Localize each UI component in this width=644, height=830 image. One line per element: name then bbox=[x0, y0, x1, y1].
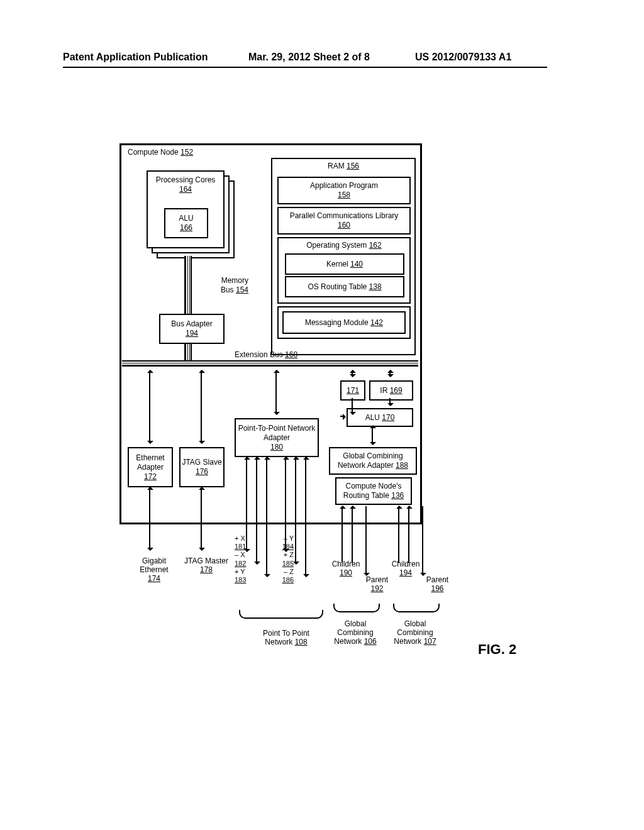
jtag-slave-box: JTAG Slave 176 bbox=[179, 447, 225, 487]
page: Patent Application Publication Mar. 29, … bbox=[0, 0, 644, 830]
arrow-extbus-jtag bbox=[201, 370, 202, 443]
arrow-extbus-p2p bbox=[275, 370, 277, 414]
global-combining-adapter-box: Global Combining Network Adapter 188 bbox=[329, 447, 417, 475]
memory-bus bbox=[184, 256, 192, 314]
parent-2-label: Parent 196 bbox=[420, 575, 455, 593]
os-routing-table-box: OS Routing Table 138 bbox=[285, 276, 404, 297]
gcn-2-label: Global Combining Network 107 bbox=[387, 619, 443, 646]
header-rule bbox=[63, 67, 547, 68]
arrow-extbus-eth bbox=[149, 370, 150, 443]
alu-box: ALU 166 bbox=[164, 208, 208, 238]
ethernet-adapter-box: Ethernet Adapter 172 bbox=[128, 447, 173, 487]
figure-label: FIG. 2 bbox=[478, 641, 516, 658]
application-program-box: Application Program 158 bbox=[277, 177, 411, 204]
ram-title: RAM 156 bbox=[272, 162, 414, 171]
bus-adapter-box: Bus Adapter 194 bbox=[159, 314, 225, 344]
header-right: US 2012/0079133 A1 bbox=[415, 52, 511, 63]
brace-p2p bbox=[239, 610, 323, 619]
arrow-171-down bbox=[352, 398, 353, 414]
brace-gcn1 bbox=[333, 604, 380, 612]
arrow-gcn1-p bbox=[365, 506, 367, 575]
operating-system-box: Operating System 162 Kernel 140 OS Routi… bbox=[277, 237, 411, 304]
children-1-label: Children 190 bbox=[327, 560, 365, 577]
memory-bus-label: Memory Bus 154 bbox=[192, 276, 248, 295]
arrow-jtag-out bbox=[201, 487, 202, 550]
children-2-label: Children 194 bbox=[387, 560, 425, 577]
kernel-box: Kernel 140 bbox=[285, 253, 404, 275]
arrow-extbus-ir bbox=[389, 370, 391, 377]
messaging-module-outer: Messaging Module 142 bbox=[277, 306, 411, 339]
jtag-master-label: JTAG Master 178 bbox=[181, 556, 231, 574]
parallel-comm-library-box: Parallel Communications Library 160 bbox=[277, 207, 411, 235]
arrow-eth-out bbox=[149, 487, 150, 550]
arrow-alu170-gcna bbox=[372, 426, 373, 445]
node-routing-table-box: Compute Node's Routing Table 136 bbox=[335, 477, 412, 505]
compute-node-box: Compute Node 152 Processing Cores 164 AL… bbox=[119, 143, 422, 524]
ram-box: RAM 156 Application Program 158 Parallel… bbox=[271, 158, 416, 355]
operating-system-title: Operating System 162 bbox=[279, 241, 409, 250]
brace-gcn2 bbox=[393, 604, 440, 612]
arrow-gcn2-c2 bbox=[408, 506, 409, 563]
parent-1-label: Parent 192 bbox=[360, 575, 394, 593]
arrow-ir-alu170 bbox=[389, 398, 391, 406]
arrow-gcn2-c1 bbox=[398, 506, 399, 563]
diagram-area: Compute Node 152 Processing Cores 164 AL… bbox=[119, 143, 421, 521]
arrow-extbus-171 bbox=[352, 370, 353, 377]
direction-labels: + X– Y 181184 – X+ Z 182185 + Y– Z 18318… bbox=[230, 534, 299, 584]
arrow-p2p-6 bbox=[305, 457, 306, 577]
arrow-gcn1-c2 bbox=[352, 506, 353, 563]
alu-170-box: ALU 170 bbox=[347, 408, 413, 427]
gcn-1-label: Global Combining Network 106 bbox=[327, 619, 384, 646]
messaging-module-box: Messaging Module 142 bbox=[282, 311, 406, 334]
memory-bus-lower bbox=[184, 341, 192, 360]
arrow-gcn1-c1 bbox=[341, 506, 343, 563]
header-center: Mar. 29, 2012 Sheet 2 of 8 bbox=[248, 52, 370, 63]
header-left: Patent Application Publication bbox=[63, 52, 208, 63]
extension-bus-label: Extension Bus 168 bbox=[235, 350, 297, 360]
processing-cores-stack: Processing Cores 164 ALU 166 bbox=[147, 170, 228, 252]
processing-cores-label: Processing Cores 164 bbox=[148, 175, 223, 194]
p2p-network-label: Point To Point Network 108 bbox=[248, 629, 324, 646]
extension-bus bbox=[122, 360, 418, 367]
gigabit-ethernet-label: Gigabit Ethernet 174 bbox=[129, 556, 179, 583]
p2p-adapter-box: Point-To-Point Network Adapter 180 bbox=[235, 418, 319, 457]
compute-node-title: Compute Node 152 bbox=[128, 148, 193, 157]
arrow-171-alu170 bbox=[340, 416, 345, 417]
